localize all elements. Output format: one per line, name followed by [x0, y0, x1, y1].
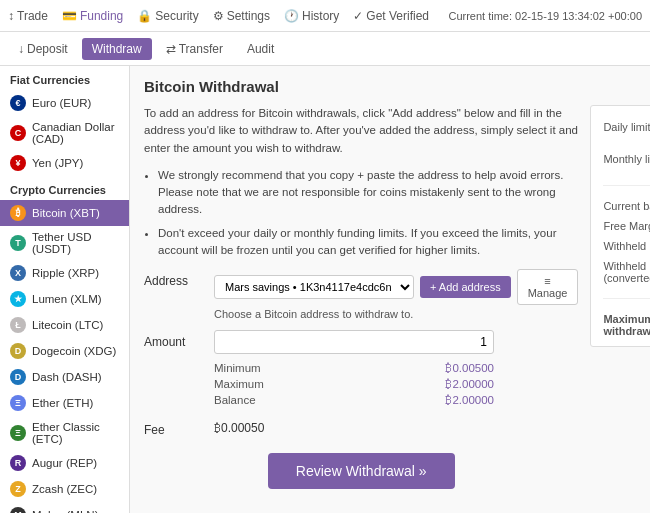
nav-get-verified[interactable]: ✓ Get Verified [353, 9, 429, 23]
review-withdrawal-button[interactable]: Review Withdrawal » [268, 453, 455, 489]
withheld-label: Withheld [597, 237, 650, 255]
daily-limit-label: Daily limit [597, 112, 650, 142]
withdraw-label: Withdraw [92, 42, 142, 56]
info-current-balance: Current balance ₿2.00000 [597, 197, 650, 215]
withheld-converted-label: Withheld (converted) [597, 257, 650, 287]
xlm-label: Lumen (XLM) [32, 293, 102, 305]
usdt-icon: T [10, 235, 26, 251]
warning-bullets: We strongly recommend that you copy + pa… [158, 167, 578, 259]
nav-history-label: History [302, 9, 339, 23]
content-main: To add an address for Bitcoin withdrawal… [144, 105, 578, 489]
info-daily-limit: Daily limit $0.00 / $50,000.00 [597, 112, 650, 142]
sidebar-item-eth[interactable]: Ξ Ether (ETH) [0, 390, 129, 416]
sidebar-item-eur[interactable]: € Euro (EUR) [0, 90, 129, 116]
main-layout: Fiat Currencies € Euro (EUR) C Canadian … [0, 66, 650, 513]
xrp-icon: X [10, 265, 26, 281]
eth-label: Ether (ETH) [32, 397, 93, 409]
bullet-2: Don't exceed your daily or monthly fundi… [158, 225, 578, 260]
amount-row: Amount Minimum ₿0.00500 Maximum ₿2.00000 [144, 330, 578, 408]
nav-security-label: Security [155, 9, 198, 23]
current-time: Current time: 02-15-19 13:34:02 +00:00 [448, 10, 642, 22]
nav-security[interactable]: 🔒 Security [137, 9, 198, 23]
fee-label: Fee [144, 418, 214, 437]
sidebar-item-ltc[interactable]: Ł Litecoin (LTC) [0, 312, 129, 338]
transfer-icon: ⇄ [166, 42, 176, 56]
nav-trade[interactable]: ↕ Trade [8, 9, 48, 23]
nav-history[interactable]: 🕐 History [284, 9, 339, 23]
transfer-button[interactable]: ⇄ Transfer [156, 38, 233, 60]
bullet-1: We strongly recommend that you copy + pa… [158, 167, 578, 219]
sidebar-item-xdg[interactable]: D Dogecoin (XDG) [0, 338, 129, 364]
address-select[interactable]: Mars savings • 1K3n4117e4cdc6nBX3e9NzC7Y… [214, 275, 414, 299]
manage-button[interactable]: ≡ Manage [517, 269, 579, 305]
dash-label: Dash (DASH) [32, 371, 102, 383]
etc-label: Ether Classic (ETC) [32, 421, 119, 445]
trade-icon: ↕ [8, 9, 14, 23]
xrp-label: Ripple (XRP) [32, 267, 99, 279]
balance-value: ₿2.00000 [445, 394, 494, 406]
second-navigation: ↓ Deposit Withdraw ⇄ Transfer Audit [0, 32, 650, 66]
eth-icon: Ξ [10, 395, 26, 411]
sidebar: Fiat Currencies € Euro (EUR) C Canadian … [0, 66, 130, 513]
eur-label: Euro (EUR) [32, 97, 91, 109]
add-address-button[interactable]: + Add address [420, 276, 511, 298]
nav-funding[interactable]: 💳 Funding [62, 9, 123, 23]
minimum-label: Minimum [214, 362, 261, 374]
amount-input[interactable] [214, 330, 494, 354]
maximum-value: ₿2.00000 [445, 378, 494, 390]
xlm-icon: ★ [10, 291, 26, 307]
address-row: Address Mars savings • 1K3n4117e4cdc6nBX… [144, 269, 578, 320]
sidebar-item-xrp[interactable]: X Ripple (XRP) [0, 260, 129, 286]
info-withheld-converted: Withheld (converted) $0.00 [597, 257, 650, 287]
amount-label: Amount [144, 330, 214, 349]
settings-icon: ⚙ [213, 9, 224, 23]
content-area: Bitcoin Withdrawal To add an address for… [130, 66, 650, 513]
info-panel: Daily limit $0.00 / $50,000.00 Monthly l… [590, 105, 650, 489]
crypto-section-title: Crypto Currencies [0, 176, 129, 200]
minimum-row: Minimum ₿0.00500 [214, 360, 494, 376]
security-icon: 🔒 [137, 9, 152, 23]
sidebar-item-usdt[interactable]: T Tether USD (USDT) [0, 226, 129, 260]
sidebar-item-zec[interactable]: Z Zcash (ZEC) [0, 476, 129, 502]
transfer-label: Transfer [179, 42, 223, 56]
sidebar-item-mln[interactable]: M Melon (MLN) [0, 502, 129, 513]
address-field-inner: Mars savings • 1K3n4117e4cdc6nBX3e9NzC7Y… [214, 269, 578, 305]
monthly-limit-label: Monthly limit [597, 144, 650, 174]
info-table: Daily limit $0.00 / $50,000.00 Monthly l… [595, 110, 650, 342]
nav-settings[interactable]: ⚙ Settings [213, 9, 270, 23]
xdg-icon: D [10, 343, 26, 359]
rep-label: Augur (REP) [32, 457, 97, 469]
sidebar-item-cad[interactable]: C Canadian Dollar (CAD) [0, 116, 129, 150]
current-balance-label: Current balance [597, 197, 650, 215]
jpy-icon: ¥ [10, 155, 26, 171]
btc-icon: ₿ [10, 205, 26, 221]
minimum-value: ₿0.00500 [445, 362, 494, 374]
etc-icon: Ξ [10, 425, 26, 441]
deposit-button[interactable]: ↓ Deposit [8, 38, 78, 60]
nav-funding-label: Funding [80, 9, 123, 23]
info-divider-row-2 [597, 289, 650, 308]
dash-icon: D [10, 369, 26, 385]
deposit-label: Deposit [27, 42, 68, 56]
max-withdrawal-label: Maximum withdrawal [597, 310, 650, 340]
sidebar-item-jpy[interactable]: ¥ Yen (JPY) [0, 150, 129, 176]
history-icon: 🕐 [284, 9, 299, 23]
sidebar-item-dash[interactable]: D Dash (DASH) [0, 364, 129, 390]
sidebar-item-xlm[interactable]: ★ Lumen (XLM) [0, 286, 129, 312]
info-divider-row [597, 176, 650, 195]
withdraw-button[interactable]: Withdraw [82, 38, 152, 60]
sidebar-item-rep[interactable]: R Augur (REP) [0, 450, 129, 476]
nav-trade-label: Trade [17, 9, 48, 23]
intro-text: To add an address for Bitcoin withdrawal… [144, 105, 578, 157]
amount-details: Minimum ₿0.00500 Maximum ₿2.00000 Balanc… [214, 360, 578, 408]
zec-label: Zcash (ZEC) [32, 483, 97, 495]
balance-label: Balance [214, 394, 256, 406]
mln-label: Melon (MLN) [32, 509, 98, 513]
audit-button[interactable]: Audit [237, 38, 284, 60]
address-hint: Choose a Bitcoin address to withdraw to. [214, 308, 578, 320]
sidebar-item-btc[interactable]: ₿ Bitcoin (XBT) [0, 200, 129, 226]
nav-settings-label: Settings [227, 9, 270, 23]
free-margin-label: Free Margin [597, 217, 650, 235]
info-free-margin: Free Margin ₿10.00000 [597, 217, 650, 235]
sidebar-item-etc[interactable]: Ξ Ether Classic (ETC) [0, 416, 129, 450]
